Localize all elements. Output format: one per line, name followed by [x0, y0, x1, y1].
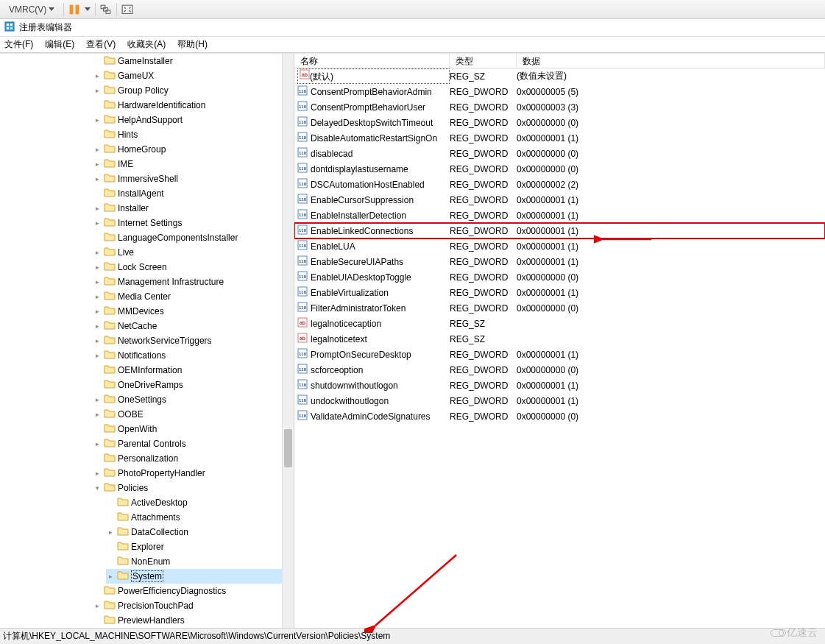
- tree-item[interactable]: ▸Media Center: [93, 289, 294, 304]
- value-row[interactable]: 110dontdisplaylastusernameREG_DWORD0x000…: [294, 161, 825, 177]
- value-row[interactable]: 110EnableCursorSuppressionREG_DWORD0x000…: [294, 192, 825, 208]
- tree-expander[interactable]: ▸: [93, 219, 102, 227]
- tree-expander[interactable]: ▸: [93, 601, 102, 610]
- value-row[interactable]: ab(默认)REG_SZ(数值未设置): [294, 68, 825, 84]
- tree-expander[interactable]: [93, 381, 102, 389]
- tree-item[interactable]: ▸DataCollection: [106, 525, 294, 539]
- tree-item[interactable]: ▸Group Policy: [93, 83, 294, 98]
- tree-expander[interactable]: ▸: [93, 469, 102, 478]
- pause-icon[interactable]: [68, 4, 80, 15]
- tree-expander[interactable]: ▸: [106, 528, 115, 537]
- value-row[interactable]: 110disablecadREG_DWORD0x00000000 (0): [294, 146, 825, 161]
- value-row[interactable]: 110EnableLinkedConnectionsREG_DWORD0x000…: [294, 223, 825, 238]
- tree-expander[interactable]: ▸: [93, 292, 102, 301]
- tree-item[interactable]: ▸GameUX: [93, 68, 294, 83]
- tree-item[interactable]: ▸Lock Screen: [93, 260, 294, 275]
- tree-expander[interactable]: [93, 101, 102, 110]
- column-type[interactable]: 类型: [450, 54, 517, 68]
- tree-item[interactable]: ▸OneSettings: [93, 392, 294, 407]
- tree-scrollbar[interactable]: [282, 54, 294, 628]
- tree-expander[interactable]: [106, 557, 115, 566]
- tree-expander[interactable]: [93, 130, 102, 139]
- menu-view[interactable]: 查看(V): [86, 38, 116, 51]
- value-row[interactable]: 110ConsentPromptBehaviorUserREG_DWORD0x0…: [294, 99, 825, 115]
- tree-view[interactable]: GameInstaller▸GameUX▸Group PolicyHardwar…: [79, 54, 294, 628]
- tree-item[interactable]: Attachments: [106, 510, 294, 525]
- tree-expander[interactable]: ▸: [93, 322, 102, 330]
- menu-edit[interactable]: 编辑(E): [45, 38, 74, 51]
- tree-expander[interactable]: ▸: [93, 307, 102, 316]
- snapshot-icon[interactable]: [100, 4, 112, 15]
- tree-item[interactable]: ▸Installer: [93, 201, 294, 216]
- tree-expander[interactable]: ▸: [93, 248, 102, 257]
- tree-expander[interactable]: ▸: [93, 277, 102, 286]
- tree-item[interactable]: ▸HomeGroup: [93, 142, 294, 157]
- tree-expander[interactable]: [93, 233, 102, 242]
- tree-item[interactable]: PowerEfficiencyDiagnostics: [93, 584, 294, 598]
- column-data[interactable]: 数据: [517, 54, 825, 68]
- tree-item[interactable]: LanguageComponentsInstaller: [93, 230, 294, 245]
- tree-expander[interactable]: ▸: [93, 71, 102, 80]
- tree-item[interactable]: ▸IME: [93, 157, 294, 171]
- value-row[interactable]: 110EnableSecureUIAPathsREG_DWORD0x000000…: [294, 254, 825, 269]
- tree-expander[interactable]: [106, 542, 115, 551]
- menu-help[interactable]: 帮助(H): [177, 38, 208, 51]
- tree-item[interactable]: Explorer: [106, 539, 294, 554]
- tree-expander[interactable]: ▸: [93, 351, 102, 360]
- tree-item[interactable]: ▸PhotoPropertyHandler: [93, 466, 294, 481]
- value-row[interactable]: 110DisableAutomaticRestartSignOnREG_DWOR…: [294, 130, 825, 146]
- tree-expander[interactable]: [93, 616, 102, 625]
- value-row[interactable]: 110EnableLUAREG_DWORD0x00000001 (1): [294, 238, 825, 254]
- tree-item[interactable]: ▸NetworkServiceTriggers: [93, 333, 294, 348]
- value-row[interactable]: 110PromptOnSecureDesktopREG_DWORD0x00000…: [294, 347, 825, 362]
- vmrc-menu[interactable]: VMRC(V): [4, 3, 59, 16]
- value-row[interactable]: 110FilterAdministratorTokenREG_DWORD0x00…: [294, 300, 825, 316]
- tree-item[interactable]: ▸Management Infrastructure: [93, 275, 294, 289]
- tree-item[interactable]: ▸HelpAndSupport: [93, 113, 294, 127]
- value-row[interactable]: 110EnableUIADesktopToggleREG_DWORD0x0000…: [294, 269, 825, 285]
- tree-expander[interactable]: ▸: [93, 410, 102, 419]
- tree-item[interactable]: ▸Live: [93, 245, 294, 260]
- tree-item[interactable]: ▸PrecisionTouchPad: [93, 598, 294, 613]
- tree-expander[interactable]: [93, 57, 102, 66]
- tree-item[interactable]: OEMInformation: [93, 363, 294, 378]
- tree-item[interactable]: OneDriveRamps: [93, 378, 294, 392]
- tree-item[interactable]: ▸Notifications: [93, 348, 294, 363]
- chevron-down-icon[interactable]: [85, 7, 91, 11]
- tree-expander[interactable]: [93, 366, 102, 375]
- fullscreen-icon[interactable]: [121, 4, 133, 15]
- tree-item[interactable]: Personalization: [93, 451, 294, 466]
- tree-item[interactable]: ActiveDesktop: [106, 495, 294, 510]
- tree-item[interactable]: ▸OOBE: [93, 407, 294, 422]
- tree-expander[interactable]: ▸: [93, 174, 102, 183]
- tree-item[interactable]: NonEnum: [106, 554, 294, 569]
- value-row[interactable]: 110ConsentPromptBehaviorAdminREG_DWORD0x…: [294, 84, 825, 99]
- tree-expander[interactable]: [106, 498, 115, 507]
- tree-expander[interactable]: [93, 587, 102, 595]
- value-row[interactable]: ablegalnoticetextREG_SZ: [294, 331, 825, 347]
- value-row[interactable]: 110DSCAutomationHostEnabledREG_DWORD0x00…: [294, 177, 825, 192]
- value-row[interactable]: ablegalnoticecaptionREG_SZ: [294, 316, 825, 331]
- tree-expander[interactable]: ▸: [93, 395, 102, 404]
- tree-expander[interactable]: [93, 454, 102, 463]
- value-row[interactable]: 110scforceoptionREG_DWORD0x00000000 (0): [294, 362, 825, 378]
- tree-expander[interactable]: ▸: [93, 116, 102, 124]
- tree-item[interactable]: ▸MMDevices: [93, 304, 294, 319]
- menu-favorites[interactable]: 收藏夹(A): [127, 38, 166, 51]
- tree-expander[interactable]: ▸: [93, 145, 102, 154]
- tree-item[interactable]: InstallAgent: [93, 186, 294, 201]
- tree-item[interactable]: ▸System: [106, 569, 294, 584]
- tree-item[interactable]: OpenWith: [93, 422, 294, 436]
- value-row[interactable]: 110shutdownwithoutlogonREG_DWORD0x000000…: [294, 378, 825, 393]
- tree-item[interactable]: HardwareIdentification: [93, 98, 294, 113]
- tree-item[interactable]: ▸NetCache: [93, 319, 294, 333]
- tree-expander[interactable]: ▾: [93, 484, 102, 492]
- tree-expander[interactable]: [106, 513, 115, 522]
- tree-expander[interactable]: ▸: [93, 439, 102, 448]
- tree-item[interactable]: PreviewHandlers: [93, 613, 294, 628]
- tree-expander[interactable]: [93, 425, 102, 434]
- value-row[interactable]: 110DelayedDesktopSwitchTimeoutREG_DWORD0…: [294, 115, 825, 130]
- tree-expander[interactable]: ▸: [93, 263, 102, 272]
- tree-item[interactable]: ▸ImmersiveShell: [93, 171, 294, 186]
- tree-item[interactable]: ▾Policies: [93, 481, 294, 495]
